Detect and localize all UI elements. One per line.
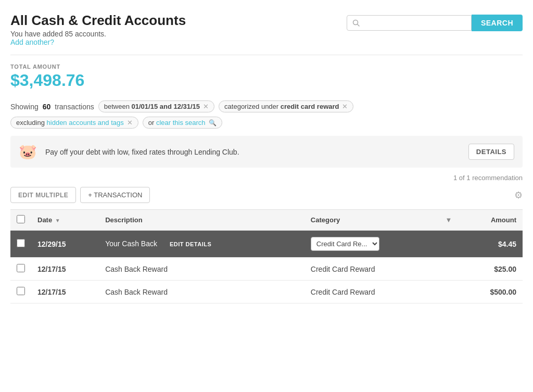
search-button[interactable]: SEARCH <box>472 15 523 31</box>
search-bar: SEARCH <box>347 15 523 31</box>
showing-suffix: transactions <box>55 103 94 111</box>
transactions-table: Date ▼ Description Category ▼ Amount 12/… <box>10 209 523 304</box>
page-title: All Cash & Credit Accounts <box>10 12 186 29</box>
table-row: 12/17/15 Cash Back Reward Credit Card Re… <box>10 258 523 281</box>
total-amount: $3,498.76 <box>10 71 523 90</box>
details-button[interactable]: DETAILS <box>468 144 514 160</box>
header-divider <box>10 55 523 55</box>
total-section: TOTAL AMOUNT $3,498.76 <box>10 64 523 90</box>
add-transaction-button[interactable]: + TRANSACTION <box>80 187 150 203</box>
row-2-filter-cell <box>439 258 458 281</box>
row-3-checkbox[interactable] <box>17 287 25 295</box>
clear-filter-chip[interactable]: or clear this search 🔍 <box>143 117 222 129</box>
toolbar: EDIT MULTIPLE + TRANSACTION ⚙ <box>10 187 523 203</box>
promo-text: Pay off your debt with low, fixed rates … <box>45 148 460 156</box>
showing-count: 60 <box>43 103 51 111</box>
row-3-amount: $500.00 <box>458 281 523 304</box>
row-3-filter-cell <box>439 281 458 304</box>
promo-bar: 🐷 Pay off your debt with low, fixed rate… <box>10 136 523 168</box>
row-1-category: Credit Card Re... <box>304 231 439 258</box>
exclude-filter-chip[interactable]: excluding hidden accounts and tags ✕ <box>10 117 138 129</box>
th-date: Date ▼ <box>31 210 99 231</box>
row-2-checkbox[interactable] <box>17 264 25 272</box>
th-amount: Amount <box>458 210 523 231</box>
gear-icon: ⚙ <box>514 190 523 200</box>
search-icon <box>352 19 360 27</box>
row-1-checkbox-cell <box>10 231 31 258</box>
table-row: 12/29/15 Your Cash Back EDIT DETAILS Cre… <box>10 231 523 258</box>
header-left: All Cash & Credit Accounts You have adde… <box>10 12 186 46</box>
total-label: TOTAL AMOUNT <box>10 64 523 70</box>
add-another-link[interactable]: Add another? <box>10 38 54 46</box>
row-1-filter-cell <box>439 231 458 258</box>
search-input[interactable] <box>363 19 466 27</box>
row-3-checkbox-cell <box>10 281 31 304</box>
row-2-checkbox-cell <box>10 258 31 281</box>
svg-line-1 <box>357 24 359 27</box>
row-1-checkbox[interactable] <box>17 239 25 247</box>
row-2-description: Cash Back Reward <box>99 258 304 281</box>
page-header: All Cash & Credit Accounts You have adde… <box>10 12 523 46</box>
toolbar-left: EDIT MULTIPLE + TRANSACTION <box>10 187 150 203</box>
recommendation-count: 1 of 1 recommendation <box>10 174 523 182</box>
category-filter-text: categorized under credit card reward <box>224 103 339 110</box>
clear-search-icon: 🔍 <box>209 119 217 127</box>
promo-icon: 🐷 <box>19 143 37 160</box>
clear-search-link[interactable]: clear this search <box>156 119 206 127</box>
row-3-date: 12/17/15 <box>31 281 99 304</box>
edit-multiple-button[interactable]: EDIT MULTIPLE <box>10 187 76 203</box>
row-1-description: Your Cash Back EDIT DETAILS <box>99 231 304 258</box>
filter-row-2: excluding hidden accounts and tags ✕ or … <box>10 117 523 129</box>
hidden-accounts-link[interactable]: hidden accounts and tags <box>47 119 124 127</box>
category-filter-chip[interactable]: categorized under credit card reward ✕ <box>219 100 353 112</box>
date-sort-arrow[interactable]: ▼ <box>55 218 60 223</box>
gear-button[interactable]: ⚙ <box>514 189 523 201</box>
table-header: Date ▼ Description Category ▼ Amount <box>10 210 523 231</box>
row-2-amount: $25.00 <box>458 258 523 281</box>
edit-details-badge[interactable]: EDIT DETAILS <box>164 239 217 249</box>
table-body: 12/29/15 Your Cash Back EDIT DETAILS Cre… <box>10 231 523 304</box>
date-filter-text: between 01/01/15 and 12/31/15 <box>104 103 200 110</box>
row-1-date: 12/29/15 <box>31 231 99 258</box>
th-description: Description <box>99 210 304 231</box>
row-2-category: Credit Card Reward <box>304 258 439 281</box>
exclude-filter-text: excluding hidden accounts and tags <box>16 119 124 127</box>
th-checkbox <box>10 210 31 231</box>
exclude-filter-remove[interactable]: ✕ <box>127 119 133 126</box>
th-filter: ▼ <box>439 210 458 231</box>
date-filter-chip[interactable]: between 01/01/15 and 12/31/15 ✕ <box>98 100 214 112</box>
subtitle: You have added 85 accounts. <box>10 30 186 38</box>
row-3-description: Cash Back Reward <box>99 281 304 304</box>
category-filter-remove[interactable]: ✕ <box>342 103 348 110</box>
th-date-label: Date <box>37 216 52 224</box>
row-1-category-wrap: Credit Card Re... <box>311 237 433 251</box>
clear-filter-text: or clear this search <box>148 119 206 127</box>
showing-bar: Showing 60 transactions between 01/01/15… <box>10 100 523 112</box>
table-row: 12/17/15 Cash Back Reward Credit Card Re… <box>10 281 523 304</box>
select-all-checkbox[interactable] <box>17 215 25 223</box>
filter-icon[interactable]: ▼ <box>445 216 452 224</box>
th-category: Category <box>304 210 439 231</box>
row-1-category-select[interactable]: Credit Card Re... <box>311 237 379 251</box>
row-2-date: 12/17/15 <box>31 258 99 281</box>
search-input-wrap <box>347 15 472 31</box>
row-1-description-text: Your Cash Back <box>105 239 157 248</box>
row-3-category: Credit Card Reward <box>304 281 439 304</box>
row-1-amount: $4.45 <box>458 231 523 258</box>
date-filter-remove[interactable]: ✕ <box>203 103 209 110</box>
showing-prefix: Showing <box>10 103 39 111</box>
